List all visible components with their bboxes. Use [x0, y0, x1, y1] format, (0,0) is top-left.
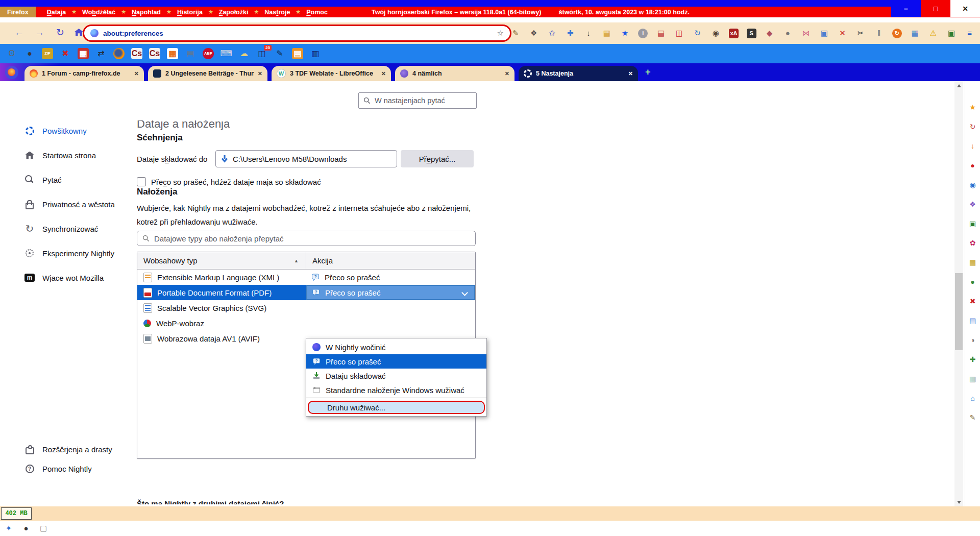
- firefox-logo-icon[interactable]: [5, 66, 18, 79]
- notes-icon[interactable]: ▤: [185, 48, 196, 59]
- tab-close-icon[interactable]: ✕: [505, 70, 509, 77]
- restore-button[interactable]: □: [921, 0, 950, 17]
- refresh-icon[interactable]: ↻: [968, 122, 977, 131]
- always-ask-label[interactable]: Přeco so prašeć, hdźež dataje maja so sk…: [151, 178, 321, 186]
- sync-icon[interactable]: ↻: [693, 28, 703, 38]
- add-icon[interactable]: ✚: [968, 355, 977, 363]
- libreoffice-calc-icon[interactable]: Cs: [149, 48, 160, 59]
- table-row-3[interactable]: Scalable Vector Graphics (SVG): [137, 300, 475, 315]
- table-row-2[interactable]: Portable Document Format (PDF)?Přeco so …: [137, 285, 475, 300]
- keyboard-icon[interactable]: ⌨: [220, 48, 232, 59]
- content-type-cell[interactable]: Scalable Vector Graphics (SVG): [137, 300, 306, 315]
- apps-grid-icon[interactable]: ❖: [968, 200, 977, 208]
- clipboard-icon[interactable]: ▤: [292, 48, 303, 59]
- translate-icon[interactable]: xA: [729, 29, 739, 38]
- dropdown-item-1[interactable]: W Nightly wočinić: [306, 340, 486, 354]
- url-text[interactable]: about:preferences: [103, 30, 163, 37]
- always-ask-checkbox[interactable]: [137, 177, 146, 186]
- content-type-cell[interactable]: Portable Document Format (PDF): [137, 285, 306, 300]
- shared-folder-icon[interactable]: ▦: [602, 28, 612, 38]
- puzzle-icon[interactable]: ❖: [529, 28, 539, 38]
- menu-item-0[interactable]: Dataja: [46, 9, 67, 16]
- shuffle-icon[interactable]: ⇄: [95, 48, 107, 59]
- mail-notifier-icon[interactable]: ◫25: [256, 48, 267, 59]
- firefox-spark-icon[interactable]: ✦: [4, 524, 13, 533]
- folder-block-icon[interactable]: ✖: [60, 48, 71, 59]
- menu-item-5[interactable]: Nastroje: [263, 9, 291, 16]
- wrench-icon[interactable]: ✚: [565, 28, 575, 38]
- menu-item-3[interactable]: Historija: [176, 9, 204, 16]
- reading-list-icon[interactable]: ▥: [310, 48, 321, 59]
- tab-1[interactable]: 1 Forum - camp-firefox.de✕: [24, 66, 144, 81]
- tampermonkey-icon[interactable]: ◆: [765, 28, 775, 38]
- folder-icon[interactable]: ▦: [968, 258, 977, 266]
- sidebar-item-synchronizowa-[interactable]: ↻Synchronizować: [0, 216, 125, 241]
- sidebar-item-pomoc-nightly[interactable]: ?Pomoc Nightly: [0, 459, 125, 478]
- firefox-app-button[interactable]: Firefox: [0, 7, 36, 17]
- action-cell[interactable]: ?Přeco so prašeć: [306, 285, 475, 300]
- dropdown-item-4[interactable]: Standardne nałoženje Windows wužiwać: [306, 383, 486, 397]
- compose-icon[interactable]: ✎: [274, 48, 285, 59]
- record-icon[interactable]: ●: [968, 161, 977, 169]
- notes-blue-icon[interactable]: ▤: [968, 316, 977, 325]
- sidebar-item-eksperimenty-nightly[interactable]: Eksperimenty Nightly: [0, 241, 125, 265]
- flower-icon[interactable]: ✿: [968, 238, 977, 247]
- table-row-4[interactable]: WebP-wobraz: [137, 315, 475, 331]
- close-tabs-icon[interactable]: ✕: [838, 28, 848, 38]
- session-pause-icon[interactable]: ‖: [874, 28, 884, 38]
- menu-item-6[interactable]: Pomoc: [305, 9, 329, 16]
- url-bar[interactable]: about:preferences ☆: [83, 25, 511, 42]
- firefox-classic-icon[interactable]: [113, 48, 125, 59]
- table-view-icon[interactable]: ▦: [167, 48, 178, 59]
- tab-close-icon[interactable]: ✕: [381, 70, 386, 77]
- sidebar-item-wjace-wot-mozilla[interactable]: mWjace wot Mozilla: [0, 265, 125, 290]
- sidebar-item-pyta-[interactable]: Pytać: [0, 167, 125, 192]
- greasemonkey-icon[interactable]: ●: [782, 28, 793, 38]
- action-cell[interactable]: [306, 300, 475, 315]
- edit-icon[interactable]: ✎: [510, 28, 521, 38]
- sidebar-item-priwatnos-a-w-stota[interactable]: Priwatnosć a wěstota: [0, 192, 125, 216]
- download-path-field[interactable]: C:\Users\Lenovo M58\Downloads: [215, 150, 397, 167]
- panel-icon[interactable]: ▥: [968, 374, 977, 383]
- half-moon-icon[interactable]: ◑: [968, 335, 977, 344]
- inactive-doc-icon[interactable]: ▢: [39, 524, 48, 533]
- column-header-action[interactable]: Akcija: [306, 252, 475, 269]
- adblock-plus-icon[interactable]: ABP: [203, 48, 214, 59]
- stylus-icon[interactable]: S: [747, 29, 756, 38]
- sidebar-item-pow-itkowny[interactable]: Powšitkowny: [0, 118, 125, 143]
- tab-2[interactable]: 2 Ungelesene Beiträge - Thun✕: [148, 66, 267, 81]
- favorites-star-icon[interactable]: ★: [968, 103, 977, 111]
- new-tab-button[interactable]: +: [645, 67, 651, 78]
- action-cell[interactable]: [306, 315, 475, 331]
- sidebar-item-roz-rjenja-a-drasty[interactable]: Rozšěrjenja a drasty: [0, 440, 125, 459]
- bookmark-star-icon[interactable]: ★: [620, 28, 630, 38]
- menu-item-1[interactable]: Wobdźěłać: [81, 9, 116, 16]
- dropdown-item-5[interactable]: Druhu wužiwać...: [308, 401, 485, 414]
- download-icon[interactable]: ↓: [583, 28, 594, 38]
- info-icon[interactable]: i: [638, 29, 648, 38]
- browse-button[interactable]: Přepytać...: [401, 150, 474, 167]
- tab-3[interactable]: W3 TDF Weblate - LibreOffice✕: [272, 66, 391, 81]
- table-row-1[interactable]: Extensible Markup Language (XML)?Přeco s…: [137, 270, 475, 285]
- calendar-icon[interactable]: ▦: [910, 28, 920, 38]
- garden-icon[interactable]: ▣: [968, 219, 977, 228]
- back-button[interactable]: ←: [14, 27, 24, 38]
- content-type-cell[interactable]: Wobrazowa dataja AV1 (AVIF): [137, 331, 306, 346]
- tab-close-icon[interactable]: ✕: [628, 70, 633, 77]
- home-button[interactable]: [75, 29, 83, 36]
- libreoffice-writer-icon[interactable]: Cs: [131, 48, 142, 59]
- tab-close-icon[interactable]: ✕: [134, 70, 139, 77]
- home-blue-icon[interactable]: ⌂: [968, 394, 977, 402]
- sphere-icon[interactable]: ●: [21, 524, 31, 533]
- downloads-icon[interactable]: ↓: [968, 141, 977, 150]
- auto-refresh-icon[interactable]: ↻: [892, 29, 902, 38]
- copy-tabs-icon[interactable]: ▣: [819, 28, 829, 38]
- menu-item-2[interactable]: Napohlad: [131, 9, 162, 16]
- weather-icon[interactable]: ☁: [238, 48, 250, 59]
- sidebar-item-startowa-strona[interactable]: Startowa strona: [0, 143, 125, 167]
- applications-filter-input[interactable]: [153, 234, 475, 243]
- content-type-cell[interactable]: WebP-wobraz: [137, 315, 306, 331]
- close-button[interactable]: ✕: [950, 0, 980, 17]
- scrollbar-thumb[interactable]: [955, 273, 963, 350]
- applications-filter-box[interactable]: [137, 231, 476, 246]
